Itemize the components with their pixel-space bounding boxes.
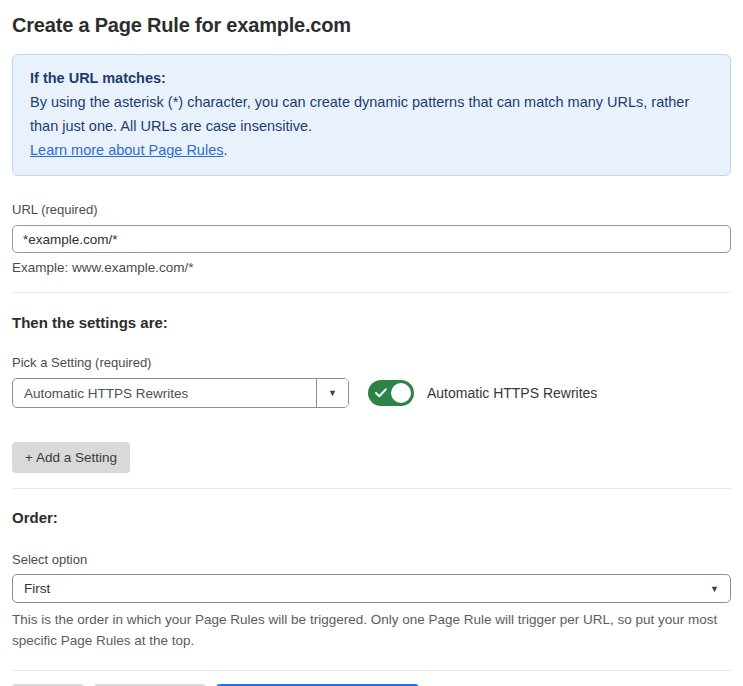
page-rule-form: Create a Page Rule for example.com If th… xyxy=(0,14,743,686)
setting-select-value: Automatic HTTPS Rewrites xyxy=(13,379,316,407)
add-setting-button[interactable]: + Add a Setting xyxy=(12,442,130,473)
url-input[interactable] xyxy=(12,225,731,253)
order-select[interactable]: First ▼ xyxy=(12,574,731,603)
info-box-heading: If the URL matches: xyxy=(30,66,713,90)
url-field-label: URL (required) xyxy=(12,202,731,217)
info-box-link-row: Learn more about Page Rules. xyxy=(30,138,713,162)
order-select-value: First xyxy=(24,581,50,596)
learn-more-link[interactable]: Learn more about Page Rules xyxy=(30,142,223,158)
info-box-text: By using the asterisk (*) character, you… xyxy=(30,94,689,134)
order-select-label: Select option xyxy=(12,552,731,567)
settings-section-heading: Then the settings are: xyxy=(12,314,731,331)
link-period: . xyxy=(223,142,227,158)
toggle-label: Automatic HTTPS Rewrites xyxy=(427,385,597,401)
divider xyxy=(12,670,731,671)
page-title: Create a Page Rule for example.com xyxy=(12,14,731,37)
check-icon xyxy=(375,388,387,398)
chevron-down-icon: ▼ xyxy=(710,584,719,594)
divider xyxy=(12,488,731,489)
info-box-body: By using the asterisk (*) character, you… xyxy=(30,90,713,138)
divider xyxy=(12,292,731,293)
setting-row: Automatic HTTPS Rewrites ▼ Automatic HTT… xyxy=(12,378,731,408)
url-example-helper: Example: www.example.com/* xyxy=(12,260,731,275)
order-section-heading: Order: xyxy=(12,509,731,526)
chevron-down-icon[interactable]: ▼ xyxy=(316,379,348,407)
https-rewrites-toggle[interactable] xyxy=(368,380,414,406)
url-matches-info-box: If the URL matches: By using the asteris… xyxy=(12,54,731,176)
order-helper-text: This is the order in which your Page Rul… xyxy=(12,609,731,651)
setting-select[interactable]: Automatic HTTPS Rewrites ▼ xyxy=(12,378,349,408)
toggle-knob xyxy=(391,383,411,403)
pick-setting-label: Pick a Setting (required) xyxy=(12,355,731,370)
